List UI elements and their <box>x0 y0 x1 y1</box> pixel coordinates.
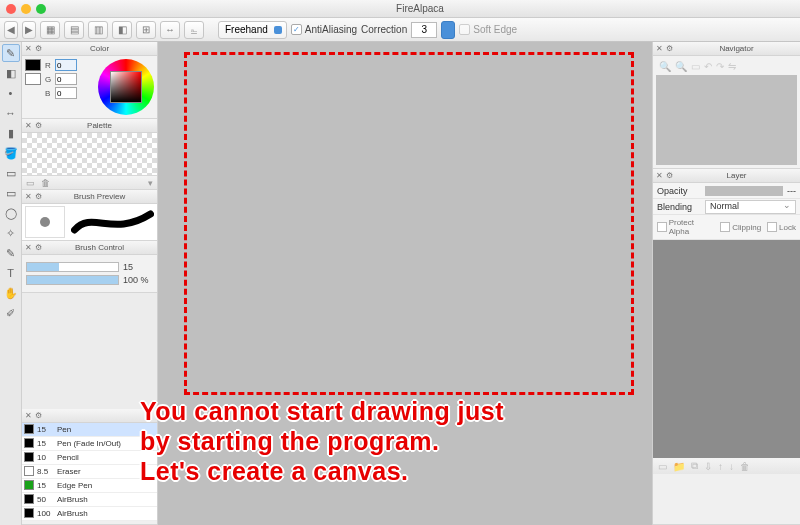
brush-stroke-preview <box>71 206 154 238</box>
fit-icon[interactable]: ▭ <box>691 61 700 73</box>
palette-panel: ✕⚙Palette ▭🗑▾ <box>22 119 157 190</box>
close-icon[interactable]: ✕ <box>25 192 32 201</box>
minimize-icon[interactable] <box>21 4 31 14</box>
hand-tool-icon[interactable]: ✋ <box>2 284 20 302</box>
rotate-left-icon[interactable]: ↶ <box>704 61 712 73</box>
window-controls <box>6 4 46 14</box>
tool-icon-6[interactable]: ↔ <box>160 21 180 39</box>
pen-select-icon[interactable]: ✎ <box>2 244 20 262</box>
lock-check[interactable]: Lock <box>767 218 796 236</box>
play-button[interactable]: ▶ <box>22 21 36 39</box>
rotate-right-icon[interactable]: ↷ <box>716 61 724 73</box>
text-tool-icon[interactable]: T <box>2 264 20 282</box>
fg-swatch[interactable] <box>25 59 41 71</box>
zoom-out-icon[interactable]: 🔍 <box>675 61 687 73</box>
clipping-check[interactable]: Clipping <box>720 218 761 236</box>
gear-icon[interactable]: ⚙ <box>666 171 673 180</box>
brush-list-panel: ✕⚙ 15Pen15Pen (Fade In/Out)10Pencil8.5Er… <box>22 409 157 526</box>
brush-preview-panel: ✕⚙Brush Preview <box>22 190 157 241</box>
navigator-view[interactable] <box>656 75 797 165</box>
gear-icon[interactable]: ⚙ <box>35 192 42 201</box>
tool-icon-4[interactable]: ◧ <box>112 21 132 39</box>
checkbox-icon <box>459 24 470 35</box>
b-input[interactable] <box>55 87 77 99</box>
move-tool-icon[interactable]: ↔ <box>2 104 20 122</box>
trash-icon[interactable]: 🗑 <box>41 178 50 188</box>
prev-button[interactable]: ◀ <box>4 21 18 39</box>
navigator-panel: ✕⚙Navigator 🔍 🔍 ▭ ↶ ↷ ⇋ <box>653 42 800 169</box>
protect-alpha-check[interactable]: Protect Alpha <box>657 218 714 236</box>
r-input[interactable] <box>55 59 77 71</box>
tool-icon-7[interactable]: ⎁ <box>184 21 204 39</box>
left-panels: ✕⚙Color R G B ✕⚙Palette ▭🗑▾ ✕⚙Bru <box>22 42 158 525</box>
bg-swatch[interactable] <box>25 73 41 85</box>
window-title: FireAlpaca <box>46 3 794 14</box>
grid-icon[interactable]: ▤ <box>64 21 84 39</box>
close-icon[interactable]: ✕ <box>25 44 32 53</box>
close-icon[interactable]: ✕ <box>25 243 32 252</box>
tool-icon-5[interactable]: ⊞ <box>136 21 156 39</box>
draw-mode-select[interactable]: Freehand <box>218 21 287 39</box>
gear-icon[interactable]: ⚙ <box>35 243 42 252</box>
eraser-tool-icon[interactable]: ◧ <box>2 64 20 82</box>
brush-list-item[interactable]: 8.5Eraser <box>22 465 157 479</box>
dot-tool-icon[interactable]: • <box>2 84 20 102</box>
antialias-check[interactable]: ✓ AntiAliasing <box>291 24 357 35</box>
brush-list-item[interactable]: 15Pen <box>22 423 157 437</box>
brush-list-item[interactable]: 100AirBrush <box>22 507 157 521</box>
tool-strip: ✎ ◧ • ↔ ▮ 🪣 ▭ ▭ ◯ ✧ ✎ T ✋ ✐ <box>0 42 22 525</box>
brush-opacity-slider[interactable] <box>26 275 119 285</box>
brush-size-slider[interactable] <box>26 262 119 272</box>
annotation-text: You cannot start drawing just by startin… <box>140 396 780 486</box>
gear-icon[interactable]: ⚙ <box>35 44 42 53</box>
checkbox-icon: ✓ <box>291 24 302 35</box>
bucket-tool-icon[interactable]: 🪣 <box>2 144 20 162</box>
layer-opacity-slider[interactable] <box>705 186 783 196</box>
correction-input[interactable] <box>411 22 437 38</box>
zoom-icon[interactable] <box>36 4 46 14</box>
color-panel: ✕⚙Color R G B <box>22 42 157 119</box>
flip-icon[interactable]: ⇋ <box>728 61 736 73</box>
add-icon[interactable]: ▭ <box>26 178 35 188</box>
annotation-rect <box>184 52 634 395</box>
collapse-icon[interactable]: ▾ <box>148 178 153 188</box>
brush-list-item[interactable]: 15Edge Pen <box>22 479 157 493</box>
tool-icon-3[interactable]: ▥ <box>88 21 108 39</box>
select-rect-icon[interactable]: ▭ <box>2 184 20 202</box>
brush-dot-preview <box>25 206 65 238</box>
close-icon[interactable]: ✕ <box>25 411 32 420</box>
close-icon[interactable]: ✕ <box>656 171 663 180</box>
softedge-check[interactable]: Soft Edge <box>459 24 517 35</box>
gear-icon[interactable]: ⚙ <box>666 44 673 53</box>
close-icon[interactable]: ✕ <box>25 121 32 130</box>
color-wheel[interactable] <box>98 59 154 115</box>
top-toolbar: ◀ ▶ ▦ ▤ ▥ ◧ ⊞ ↔ ⎁ Freehand ✓ AntiAliasin… <box>0 18 800 42</box>
gear-icon[interactable]: ⚙ <box>35 121 42 130</box>
palette-area[interactable] <box>22 133 157 175</box>
eyedropper-icon[interactable]: ✐ <box>2 304 20 322</box>
gear-icon[interactable]: ⚙ <box>35 411 42 420</box>
titlebar: FireAlpaca <box>0 0 800 18</box>
brush-control-panel: ✕⚙Brush Control 15 100 % <box>22 241 157 293</box>
correction-label: Correction <box>361 24 407 35</box>
fill-tool-icon[interactable]: ▮ <box>2 124 20 142</box>
select-lasso-icon[interactable]: ◯ <box>2 204 20 222</box>
blending-select[interactable]: Normal <box>705 200 796 214</box>
correction-stepper[interactable] <box>441 21 455 39</box>
zoom-in-icon[interactable]: 🔍 <box>659 61 671 73</box>
brush-tool-icon[interactable]: ✎ <box>2 44 20 62</box>
close-icon[interactable]: ✕ <box>656 44 663 53</box>
brush-list-item[interactable]: 15Pen (Fade In/Out) <box>22 437 157 451</box>
brush-list-item[interactable]: 10Pencil <box>22 451 157 465</box>
g-input[interactable] <box>55 73 77 85</box>
tool-icon-1[interactable]: ▦ <box>40 21 60 39</box>
brush-list-item[interactable]: 50AirBrush <box>22 493 157 507</box>
wand-tool-icon[interactable]: ✧ <box>2 224 20 242</box>
gradient-tool-icon[interactable]: ▭ <box>2 164 20 182</box>
close-icon[interactable] <box>6 4 16 14</box>
